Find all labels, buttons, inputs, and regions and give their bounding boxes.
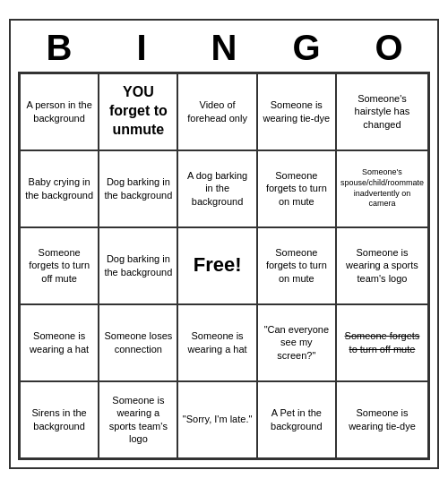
bingo-cell-23: A Pet in the background: [257, 381, 336, 458]
bingo-cell-0: A person in the background: [20, 73, 99, 150]
bingo-cell-16: Someone loses connection: [99, 304, 177, 381]
bingo-header: BINGO: [18, 28, 430, 68]
bingo-cell-7: A dog barking in the background: [177, 150, 256, 227]
bingo-cell-12: Free!: [177, 227, 256, 304]
bingo-cell-14: Someone is wearing a sports team's logo: [336, 227, 428, 304]
bingo-cell-20: Sirens in the background: [20, 381, 99, 458]
bingo-cell-5: Baby crying in the background: [20, 150, 99, 227]
bingo-cell-1: YOU forget to unmute: [99, 73, 177, 150]
bingo-cell-11: Dog barking in the background: [99, 227, 177, 304]
bingo-grid: A person in the backgroundYOU forget to …: [18, 72, 430, 460]
bingo-cell-6: Dog barking in the background: [99, 150, 177, 227]
bingo-cell-15: Someone is wearing a hat: [20, 304, 99, 381]
bingo-letter-b: B: [20, 28, 99, 68]
bingo-cell-24: Someone is wearing tie-dye: [336, 381, 428, 458]
bingo-cell-3: Someone is wearing tie-dye: [257, 73, 336, 150]
bingo-cell-17: Someone is wearing a hat: [177, 304, 256, 381]
bingo-cell-10: Someone forgets to turn off mute: [20, 227, 99, 304]
bingo-letter-i: I: [102, 28, 181, 68]
bingo-card: BINGO A person in the backgroundYOU forg…: [9, 19, 439, 469]
bingo-cell-18: "Can everyone see my screen?": [257, 304, 336, 381]
bingo-cell-9: Someone's spouse/child/roommate inadvert…: [336, 150, 428, 227]
bingo-letter-n: N: [185, 28, 263, 68]
bingo-cell-19: Someone forgets to turn off mute: [336, 304, 428, 381]
bingo-cell-4: Someone's hairstyle has changed: [336, 73, 428, 150]
bingo-letter-g: G: [267, 28, 346, 68]
bingo-cell-22: "Sorry, I'm late.": [177, 381, 256, 458]
bingo-cell-13: Someone forgets to turn on mute: [257, 227, 336, 304]
bingo-cell-2: Video of forehead only: [177, 73, 256, 150]
bingo-letter-o: O: [349, 28, 428, 68]
bingo-cell-21: Someone is wearing a sports team's logo: [99, 381, 177, 458]
bingo-cell-8: Someone forgets to turn on mute: [257, 150, 336, 227]
